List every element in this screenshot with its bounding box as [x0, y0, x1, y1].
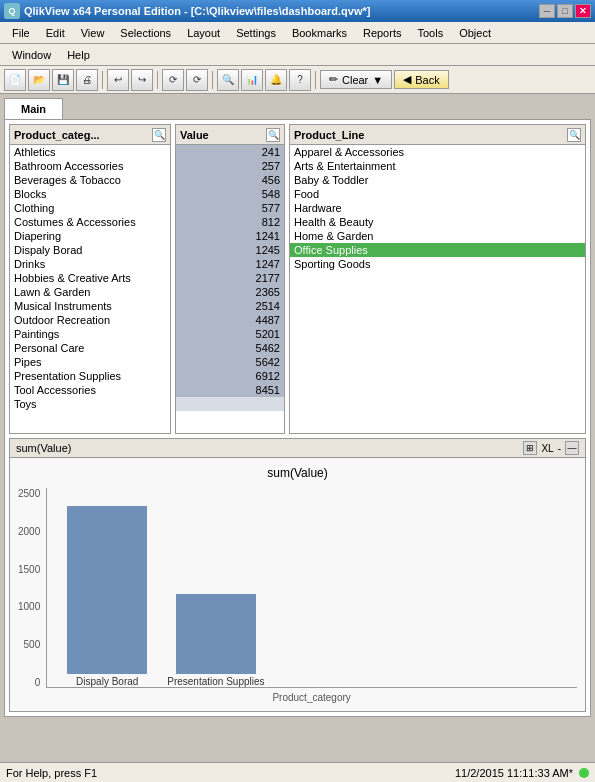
- menu-selections[interactable]: Selections: [112, 25, 179, 41]
- value-row[interactable]: 8451: [176, 383, 284, 397]
- menu-view[interactable]: View: [73, 25, 113, 41]
- toolbar-help[interactable]: ?: [289, 69, 311, 91]
- list-item[interactable]: Pipes: [10, 355, 170, 369]
- toolbar-print[interactable]: 🖨: [76, 69, 98, 91]
- list-item[interactable]: Hardware: [290, 201, 585, 215]
- list-item[interactable]: Beverages & Tobacco: [10, 173, 170, 187]
- value-search[interactable]: 🔍: [266, 128, 280, 142]
- value-row[interactable]: 241: [176, 145, 284, 159]
- value-row[interactable]: 812: [176, 215, 284, 229]
- menu-layout[interactable]: Layout: [179, 25, 228, 41]
- back-button[interactable]: ◀ Back: [394, 70, 448, 89]
- list-item[interactable]: Paintings: [10, 327, 170, 341]
- value-row[interactable]: 1241: [176, 229, 284, 243]
- separator-3: [212, 71, 213, 89]
- value-row[interactable]: 4487: [176, 313, 284, 327]
- list-item[interactable]: Arts & Entertainment: [290, 159, 585, 173]
- list-item[interactable]: Clothing: [10, 201, 170, 215]
- list-item[interactable]: Drinks: [10, 257, 170, 271]
- product-line-listbox: Product_Line 🔍 Apparel & Accessories Art…: [289, 124, 586, 434]
- value-row[interactable]: 2177: [176, 271, 284, 285]
- tab-main[interactable]: Main: [4, 98, 63, 119]
- value-row[interactable]: 2365: [176, 285, 284, 299]
- menu-object[interactable]: Object: [451, 25, 499, 41]
- separator-1: [102, 71, 103, 89]
- menu-edit[interactable]: Edit: [38, 25, 73, 41]
- list-item[interactable]: Presentation Supplies: [10, 369, 170, 383]
- value-row[interactable]: 2514: [176, 299, 284, 313]
- list-item[interactable]: Athletics: [10, 145, 170, 159]
- value-row[interactable]: 5462: [176, 341, 284, 355]
- list-item[interactable]: Outdoor Recreation: [10, 313, 170, 327]
- list-item[interactable]: Tool Accessories: [10, 383, 170, 397]
- list-item[interactable]: Baby & Toddler: [290, 173, 585, 187]
- value-row[interactable]: 5201: [176, 327, 284, 341]
- list-item[interactable]: Dispaly Borad: [10, 243, 170, 257]
- value-row[interactable]: 257: [176, 159, 284, 173]
- toolbar-save[interactable]: 💾: [52, 69, 74, 91]
- list-item[interactable]: Personal Care: [10, 341, 170, 355]
- toolbar-search[interactable]: 🔍: [217, 69, 239, 91]
- list-item[interactable]: Lawn & Garden: [10, 285, 170, 299]
- clear-button[interactable]: ✏ Clear ▼: [320, 70, 392, 89]
- value-row[interactable]: 1245: [176, 243, 284, 257]
- value-row[interactable]: 548: [176, 187, 284, 201]
- bar-presentation-supplies[interactable]: [176, 594, 256, 674]
- list-item[interactable]: Health & Beauty: [290, 215, 585, 229]
- value-row[interactable]: 577: [176, 201, 284, 215]
- list-item[interactable]: Diapering: [10, 229, 170, 243]
- product-category-title: Product_categ...: [14, 129, 100, 141]
- maximize-button[interactable]: □: [557, 4, 573, 18]
- list-item[interactable]: Sporting Goods: [290, 257, 585, 271]
- menu-bookmarks[interactable]: Bookmarks: [284, 25, 355, 41]
- list-item[interactable]: Hobbies & Creative Arts: [10, 271, 170, 285]
- product-category-search[interactable]: 🔍: [152, 128, 166, 142]
- value-row[interactable]: 5642: [176, 355, 284, 369]
- product-category-listbox: Product_categ... 🔍 Athletics Bathroom Ac…: [9, 124, 171, 434]
- menu-window[interactable]: Window: [4, 47, 59, 63]
- toolbar-partial[interactable]: ⟳: [186, 69, 208, 91]
- clear-label: Clear: [342, 74, 368, 86]
- separator-2: [157, 71, 158, 89]
- toolbar-undo[interactable]: ↩: [107, 69, 129, 91]
- menu-reports[interactable]: Reports: [355, 25, 410, 41]
- list-item[interactable]: Home & Garden: [290, 229, 585, 243]
- chart-plot: Dispaly Borad Presentation Supplies Prod…: [46, 488, 577, 703]
- value-row[interactable]: 456: [176, 173, 284, 187]
- value-listbox: Value 🔍 241 257 456 548 577 812 1241 124…: [175, 124, 285, 434]
- value-row[interactable]: 1247: [176, 257, 284, 271]
- app-icon: Q: [4, 3, 20, 19]
- title-bar: Q QlikView x64 Personal Edition - [C:\Ql…: [0, 0, 595, 22]
- list-item[interactable]: Musical Instruments: [10, 299, 170, 313]
- chart-area: 2500 2000 1500 1000 500 0 Dispa: [18, 488, 577, 703]
- toolbar-reload[interactable]: ⟳: [162, 69, 184, 91]
- product-category-items: Athletics Bathroom Accessories Beverages…: [10, 145, 170, 433]
- toolbar-redo[interactable]: ↪: [131, 69, 153, 91]
- y-label-2500: 2500: [18, 488, 40, 499]
- value-row[interactable]: 6912: [176, 369, 284, 383]
- toolbar-alert[interactable]: 🔔: [265, 69, 287, 91]
- list-item-selected[interactable]: Office Supplies: [290, 243, 585, 257]
- list-item[interactable]: Food: [290, 187, 585, 201]
- chart-expand-btn[interactable]: ⊞: [523, 441, 537, 455]
- list-item[interactable]: Blocks: [10, 187, 170, 201]
- list-item[interactable]: Costumes & Accessories: [10, 215, 170, 229]
- chart-minimize-btn[interactable]: —: [565, 441, 579, 455]
- menu-settings[interactable]: Settings: [228, 25, 284, 41]
- menu-tools[interactable]: Tools: [409, 25, 451, 41]
- toolbar-chart[interactable]: 📊: [241, 69, 263, 91]
- tabs: Main: [4, 98, 591, 119]
- toolbar-open[interactable]: 📂: [28, 69, 50, 91]
- list-item[interactable]: Toys: [10, 397, 170, 411]
- close-button[interactable]: ✕: [575, 4, 591, 18]
- product-line-search[interactable]: 🔍: [567, 128, 581, 142]
- y-axis: 2500 2000 1500 1000 500 0: [18, 488, 46, 688]
- menu-file[interactable]: File: [4, 25, 38, 41]
- value-row[interactable]: [176, 397, 284, 411]
- list-item[interactable]: Apparel & Accessories: [290, 145, 585, 159]
- minimize-button[interactable]: ─: [539, 4, 555, 18]
- list-item[interactable]: Bathroom Accessories: [10, 159, 170, 173]
- toolbar-new[interactable]: 📄: [4, 69, 26, 91]
- bar-dispaly-borad[interactable]: [67, 506, 147, 674]
- menu-help[interactable]: Help: [59, 47, 98, 63]
